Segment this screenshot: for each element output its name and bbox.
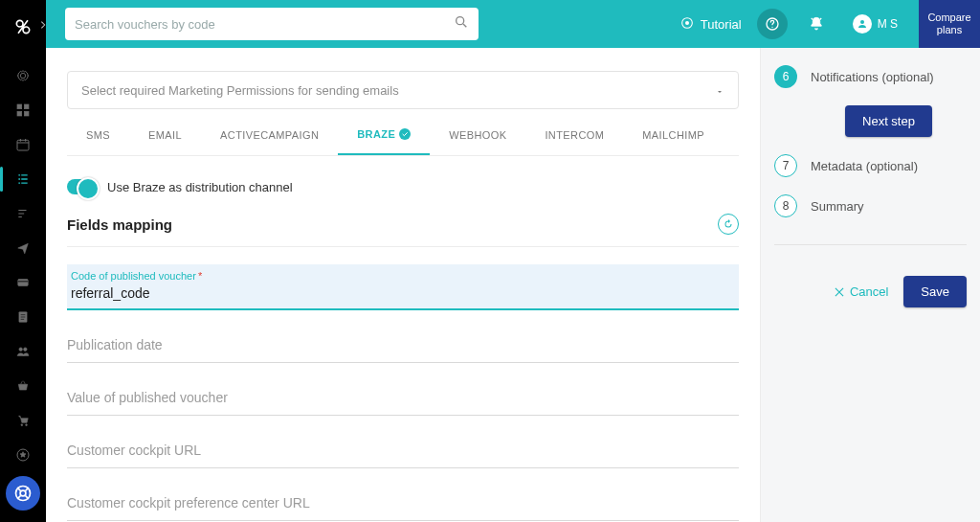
nav-star[interactable]: [8, 444, 38, 465]
search-input[interactable]: [75, 17, 454, 32]
target-icon: [679, 15, 695, 34]
help-button[interactable]: [757, 9, 788, 39]
svg-rect-3: [24, 111, 29, 116]
notifications-button[interactable]: [801, 9, 832, 39]
tab-webhook[interactable]: WEBHOOK: [430, 116, 525, 154]
save-button[interactable]: Save: [903, 276, 967, 307]
nav-calendar[interactable]: [8, 134, 38, 155]
field-voucher-code[interactable]: Code of published voucher*: [67, 264, 739, 310]
steps-sidebar: 6 Notifications (optional) Next step 7 M…: [760, 48, 980, 522]
step-8-number: 8: [774, 194, 797, 217]
step-7-label: Metadata (optional): [811, 159, 918, 173]
body: Select required Marketing Permissions fo…: [46, 48, 980, 522]
chevron-right-icon[interactable]: [38, 17, 48, 33]
tab-intercom[interactable]: INTERCOM: [525, 116, 623, 154]
tutorial-label: Tutorial: [701, 17, 742, 32]
next-step-button[interactable]: Next step: [845, 105, 932, 137]
cancel-button[interactable]: Cancel: [833, 284, 888, 299]
field-voucher-value[interactable]: Value of published voucher: [67, 380, 739, 416]
section-title: Fields mapping: [67, 216, 172, 233]
nav-basket[interactable]: [8, 375, 38, 397]
content-area: Select required Marketing Permissions fo…: [46, 48, 760, 522]
field-cockpit-pref-url[interactable]: Customer cockpit preference center URL: [67, 486, 739, 521]
step-8-label: Summary: [811, 199, 864, 214]
restore-button[interactable]: [718, 214, 739, 235]
main-column: Tutorial M S Compare plans Select requir…: [46, 0, 980, 522]
field-cockpit-url[interactable]: Customer cockpit URL: [67, 433, 739, 468]
fields-mapping-header: Fields mapping: [67, 214, 739, 247]
app-root: Tutorial M S Compare plans Select requir…: [0, 0, 980, 522]
divider: [774, 244, 967, 245]
logo[interactable]: [6, 10, 40, 44]
nav-send[interactable]: [8, 238, 38, 259]
field-publication-date[interactable]: Publication date: [67, 328, 739, 363]
search-box[interactable]: [65, 8, 479, 40]
svg-point-18: [860, 20, 864, 24]
tab-activecampaign[interactable]: ACTIVECAMPAIGN: [201, 116, 338, 154]
compare-plans-button[interactable]: Compare plans: [919, 0, 980, 48]
step-6-label: Notifications (optional): [811, 70, 934, 84]
nav-list-active[interactable]: [8, 169, 38, 190]
svg-point-10: [26, 424, 28, 426]
nav-cart[interactable]: [8, 410, 38, 431]
permissions-select[interactable]: Select required Marketing Permissions fo…: [67, 71, 739, 109]
nav-card[interactable]: [8, 272, 38, 293]
user-initials: M S: [878, 17, 898, 31]
svg-point-16: [685, 21, 689, 25]
chevron-down-icon: [715, 83, 724, 98]
search-icon: [454, 14, 469, 34]
svg-rect-5: [18, 280, 29, 286]
nav-doc[interactable]: [8, 306, 38, 328]
support-button[interactable]: [6, 476, 40, 511]
nav-sort[interactable]: [8, 203, 38, 224]
svg-point-8: [24, 348, 28, 352]
svg-point-14: [457, 17, 464, 25]
braze-toggle[interactable]: [67, 179, 98, 194]
cockpit-pref-url-placeholder: Customer cockpit preference center URL: [67, 491, 739, 514]
top-header: Tutorial M S Compare plans: [46, 0, 980, 48]
step-7-number: 7: [774, 154, 797, 177]
svg-rect-2: [17, 111, 22, 116]
tab-braze-label: BRAZE: [357, 128, 395, 140]
publication-date-placeholder: Publication date: [67, 333, 739, 356]
tab-sms[interactable]: SMS: [67, 116, 129, 154]
step-metadata[interactable]: 7 Metadata (optional): [774, 154, 967, 177]
nav-settings[interactable]: [8, 65, 38, 86]
tutorial-button[interactable]: Tutorial: [678, 11, 744, 37]
tab-mailchimp[interactable]: MAILCHIMP: [623, 116, 724, 154]
sidebar-actions: Cancel Save: [774, 276, 967, 307]
nav-users[interactable]: [8, 341, 38, 362]
rail-nav: [8, 65, 38, 465]
field-voucher-code-label: Code of published voucher*: [71, 270, 735, 282]
toggle-label: Use Braze as distribution channel: [107, 180, 293, 194]
step-6-number: 6: [774, 65, 797, 88]
svg-rect-1: [24, 104, 29, 109]
voucher-value-placeholder: Value of published voucher: [67, 386, 739, 409]
tab-braze[interactable]: BRAZE: [338, 115, 430, 155]
tab-email[interactable]: EMAIL: [129, 116, 201, 154]
svg-rect-4: [17, 140, 29, 150]
svg-rect-0: [17, 104, 22, 109]
user-avatar-icon: [853, 14, 872, 34]
left-rail: [0, 0, 46, 522]
voucher-code-input[interactable]: [71, 282, 735, 303]
channel-tabs: SMS EMAIL ACTIVECAMPAIGN BRAZE WEBHOOK I…: [67, 115, 739, 156]
permissions-placeholder: Select required Marketing Permissions fo…: [81, 83, 399, 98]
step-notifications[interactable]: 6 Notifications (optional): [774, 65, 967, 88]
svg-point-13: [20, 490, 26, 496]
cockpit-url-placeholder: Customer cockpit URL: [67, 439, 739, 462]
check-icon: [399, 128, 411, 140]
svg-point-7: [19, 348, 23, 352]
svg-point-9: [21, 424, 23, 426]
step-summary[interactable]: 8 Summary: [774, 194, 967, 217]
toggle-row: Use Braze as distribution channel: [67, 179, 739, 194]
nav-dashboard[interactable]: [8, 100, 38, 121]
user-menu[interactable]: M S: [845, 14, 905, 34]
